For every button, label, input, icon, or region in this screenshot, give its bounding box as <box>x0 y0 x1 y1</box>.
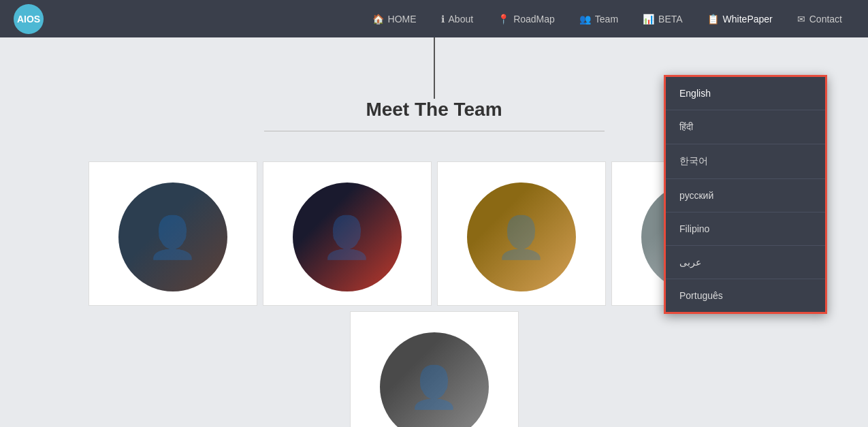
nav-home[interactable]: 🏠 HOME <box>360 0 429 37</box>
main-content: Meet The Team 👤 👤 👤 👤 👤 <box>0 37 868 427</box>
team-card-3: 👤 <box>437 161 606 306</box>
language-dropdown: English हिंदी 한국어 русский Filipino عربى … <box>664 75 827 314</box>
about-icon: ℹ <box>441 14 445 25</box>
vertical-divider <box>434 37 435 99</box>
avatar-5: 👤 <box>380 332 489 427</box>
avatar-2: 👤 <box>293 183 402 291</box>
lang-filipino[interactable]: Filipino <box>666 212 825 246</box>
beta-icon: 📊 <box>643 14 654 25</box>
team-card-5: 👤 <box>350 311 519 427</box>
roadmap-icon: 📍 <box>498 14 509 25</box>
team-card-2: 👤 <box>263 161 432 306</box>
team-card-1: 👤 <box>89 161 257 306</box>
team-icon: 👥 <box>579 14 591 25</box>
lang-korean[interactable]: 한국어 <box>666 144 825 179</box>
lang-english[interactable]: English <box>666 77 825 110</box>
nav-team[interactable]: 👥 Team <box>567 0 630 37</box>
nav-about[interactable]: ℹ About <box>429 0 486 37</box>
home-icon: 🏠 <box>372 14 384 25</box>
heading-divider <box>264 131 605 131</box>
lang-hindi[interactable]: हिंदी <box>666 110 825 144</box>
contact-icon: ✉ <box>797 14 805 25</box>
nav-items: 🏠 HOME ℹ About 📍 RoadMap 👥 Team 📊 BETA 📋… <box>360 0 854 37</box>
nav-roadmap[interactable]: 📍 RoadMap <box>485 0 567 37</box>
logo[interactable]: AIOS <box>14 4 44 34</box>
lang-arabic[interactable]: عربى <box>666 246 825 279</box>
whitepaper-icon: 📋 <box>707 14 719 25</box>
team-heading: Meet The Team <box>366 99 502 121</box>
avatar-1: 👤 <box>118 183 227 291</box>
dropdown-menu: English हिंदी 한국어 русский Filipino عربى … <box>664 75 827 314</box>
avatar-3: 👤 <box>467 183 576 291</box>
lang-russian[interactable]: русский <box>666 179 825 212</box>
lang-portuguese[interactable]: Português <box>666 279 825 312</box>
navbar: AIOS 🏠 HOME ℹ About 📍 RoadMap 👥 Team 📊 B… <box>0 0 868 37</box>
nav-beta[interactable]: 📊 BETA <box>630 0 695 37</box>
nav-whitepaper[interactable]: 📋 WhitePaper <box>695 0 785 37</box>
nav-contact[interactable]: ✉ Contact <box>785 0 854 37</box>
